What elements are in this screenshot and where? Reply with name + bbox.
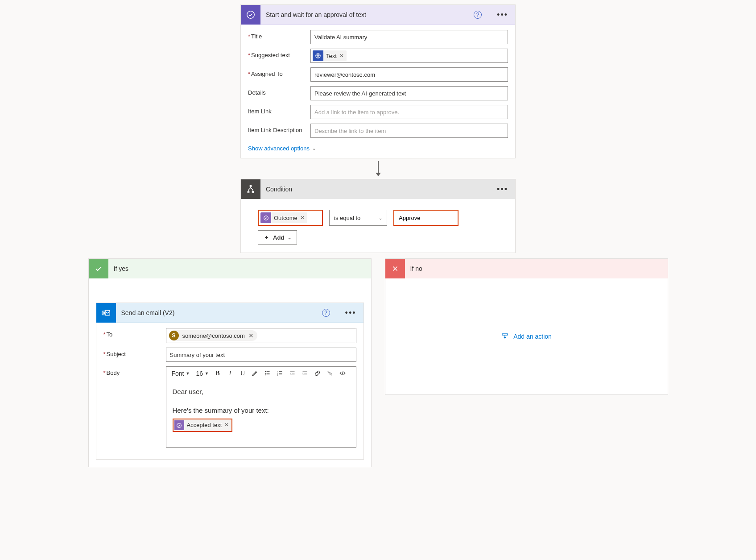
svg-rect-23 [290, 375, 295, 375]
condition-header[interactable]: Condition ••• [241, 179, 515, 199]
remove-token-icon[interactable]: ✕ [224, 421, 229, 429]
assigned-to-input[interactable] [310, 67, 508, 82]
assigned-label: *Assigned To [248, 67, 310, 77]
add-condition-button[interactable]: ＋ Add ⌄ [258, 230, 297, 245]
svg-point-9 [265, 371, 266, 372]
approval-title: Start and wait for an approval of text [266, 11, 468, 18]
subject-label: *Subject [103, 348, 166, 357]
condition-card: Condition ••• Outcome ✕ [240, 179, 516, 253]
details-input[interactable] [310, 86, 508, 100]
show-advanced-options[interactable]: Show advanced options ⌄ [241, 142, 515, 158]
bold-button[interactable]: B [212, 368, 223, 379]
svg-rect-10 [267, 371, 270, 372]
body-content[interactable]: Dear user, Here's the summary of your te… [166, 380, 356, 447]
svg-point-0 [247, 11, 255, 18]
send-email-header[interactable]: Send an email (V2) ? ••• [96, 303, 364, 323]
italic-button[interactable]: I [225, 368, 235, 379]
if-no-branch: If no Add an action [385, 258, 668, 395]
svg-point-5 [264, 216, 268, 220]
font-select[interactable]: Font▼ [169, 368, 193, 379]
to-label: *To [103, 328, 166, 338]
item-link-label: Item Link [248, 105, 310, 115]
more-icon[interactable]: ••• [495, 185, 510, 193]
code-view-icon[interactable] [337, 368, 348, 379]
add-action-icon [501, 332, 509, 340]
body-editor[interactable]: Font▼ 16▼ B I U [166, 366, 356, 448]
if-no-header[interactable]: If no [385, 259, 668, 278]
to-input[interactable]: S someone@contoso.com ✕ [166, 328, 356, 343]
approval-card-header[interactable]: Start and wait for an approval of text ?… [241, 5, 515, 25]
condition-icon [241, 179, 260, 199]
remove-token-icon[interactable]: ✕ [300, 215, 305, 221]
outdent-icon[interactable] [287, 368, 298, 379]
details-label: Details [248, 86, 310, 96]
approval-token-icon [174, 420, 184, 430]
svg-rect-24 [303, 371, 307, 372]
indent-icon[interactable] [300, 368, 310, 379]
more-icon[interactable]: ••• [343, 309, 358, 317]
svg-point-11 [265, 373, 266, 374]
condition-right-value[interactable] [393, 210, 459, 226]
bullet-list-icon[interactable] [262, 368, 273, 379]
send-email-title: Send an email (V2) [121, 309, 317, 316]
chevron-down-icon: ⌄ [312, 146, 316, 151]
if-yes-branch: If yes Send an email [88, 258, 372, 467]
suggested-label: *Suggested text [248, 49, 310, 58]
svg-rect-20 [279, 375, 282, 375]
svg-rect-7 [102, 311, 105, 315]
svg-rect-22 [292, 373, 295, 373]
globe-icon [313, 50, 323, 61]
send-email-card: Send an email (V2) ? ••• *To S [96, 303, 364, 460]
svg-rect-18 [279, 373, 282, 373]
close-icon [385, 259, 405, 278]
link-icon[interactable] [312, 368, 323, 379]
outlook-icon [96, 303, 116, 323]
condition-title: Condition [266, 186, 490, 193]
item-link-input[interactable] [310, 105, 508, 119]
size-select[interactable]: 16▼ [194, 368, 211, 379]
chevron-down-icon: ⌄ [288, 235, 291, 240]
plus-icon: ＋ [264, 233, 269, 241]
svg-rect-4 [252, 191, 254, 193]
add-action-button[interactable]: Add an action [501, 332, 552, 340]
condition-left-operand[interactable]: Outcome ✕ [258, 210, 323, 226]
text-token[interactable]: Text ✕ [313, 50, 347, 61]
accepted-text-token[interactable]: Accepted text ✕ [173, 419, 233, 432]
outcome-token[interactable]: Outcome ✕ [260, 212, 307, 223]
condition-operator-select[interactable]: is equal to ⌄ [329, 210, 387, 226]
numbered-list-icon[interactable]: 123 [275, 368, 285, 379]
flow-arrow-icon [373, 161, 383, 176]
svg-text:3: 3 [277, 374, 278, 376]
approval-card: Start and wait for an approval of text ?… [240, 4, 516, 158]
suggested-text-input[interactable]: Text ✕ [310, 49, 508, 63]
svg-rect-14 [267, 375, 270, 375]
item-link-desc-input[interactable] [310, 124, 508, 138]
approval-icon [241, 5, 260, 25]
pen-icon[interactable] [250, 368, 260, 379]
subject-input[interactable] [166, 348, 356, 362]
chevron-down-icon: ⌄ [379, 216, 382, 220]
title-label: *Title [248, 30, 310, 40]
svg-rect-25 [305, 373, 307, 373]
help-icon[interactable]: ? [474, 11, 482, 19]
approval-token-icon [260, 212, 271, 223]
remove-token-icon[interactable]: ✕ [339, 53, 344, 59]
if-yes-header[interactable]: If yes [89, 259, 371, 278]
svg-rect-28 [502, 334, 508, 335]
svg-rect-12 [267, 373, 270, 373]
svg-rect-3 [248, 191, 249, 193]
svg-rect-16 [279, 371, 282, 372]
svg-rect-21 [290, 371, 295, 372]
svg-rect-26 [303, 375, 307, 375]
recipient-pill[interactable]: S someone@contoso.com ✕ [169, 330, 257, 341]
remove-recipient-icon[interactable]: ✕ [248, 332, 254, 339]
underline-button[interactable]: U [237, 368, 248, 379]
unlink-icon[interactable] [325, 368, 335, 379]
rte-toolbar: Font▼ 16▼ B I U [166, 367, 356, 380]
more-icon[interactable]: ••• [495, 11, 510, 19]
avatar: S [169, 331, 179, 340]
svg-point-27 [177, 423, 182, 427]
help-icon[interactable]: ? [322, 309, 330, 317]
title-input[interactable] [310, 30, 508, 44]
body-label: *Body [103, 366, 166, 376]
